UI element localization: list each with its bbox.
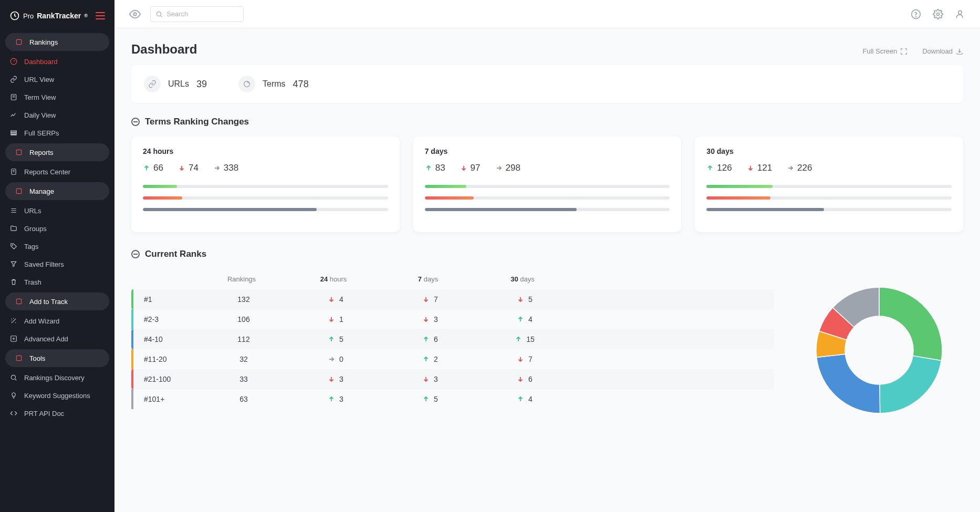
user-icon[interactable] bbox=[955, 9, 965, 19]
trash-icon bbox=[9, 278, 18, 286]
metric-up: 66 bbox=[143, 163, 163, 173]
terms-value: 478 bbox=[293, 79, 309, 90]
svg-point-20 bbox=[244, 81, 250, 87]
rank-row[interactable]: #4-101125615 bbox=[131, 329, 774, 349]
section-icon bbox=[15, 354, 23, 362]
rank-row[interactable]: #101+63354 bbox=[131, 389, 774, 409]
change-card: 30 days 126 121 226 bbox=[695, 137, 963, 232]
ranks-donut-chart bbox=[814, 285, 945, 416]
nav-item-keyword-suggestions[interactable]: Keyword Suggestions bbox=[0, 386, 114, 404]
app-logo[interactable]: ProProRankTrackerRankTracker® bbox=[9, 11, 88, 21]
bulb-icon bbox=[9, 391, 18, 400]
svg-point-14 bbox=[133, 13, 137, 16]
ranks-section-title: Current Ranks bbox=[145, 249, 206, 259]
metric-same: 338 bbox=[213, 163, 238, 173]
search-icon bbox=[9, 373, 18, 382]
rank-row[interactable]: #1132475 bbox=[131, 289, 774, 309]
visibility-icon[interactable] bbox=[129, 8, 141, 20]
search-input[interactable] bbox=[150, 6, 244, 22]
col-30d: 30 days bbox=[478, 275, 567, 283]
urls-label: URLs bbox=[168, 79, 189, 89]
nav-item-reports-center[interactable]: Reports Center bbox=[0, 163, 114, 181]
nav-item-url-view[interactable]: URL View bbox=[0, 70, 114, 88]
topbar bbox=[114, 0, 980, 28]
nav-item-advanced-add[interactable]: Advanced Add bbox=[0, 330, 114, 348]
nav-item-reports[interactable]: Reports bbox=[5, 143, 109, 161]
metric-up: 126 bbox=[706, 163, 732, 173]
nav-item-term-view[interactable]: Term View bbox=[0, 88, 114, 106]
collapse-icon[interactable] bbox=[131, 118, 140, 126]
svg-rect-1 bbox=[16, 39, 21, 44]
help-icon[interactable] bbox=[911, 9, 921, 19]
nav-list: RankingsDashboardURL ViewTerm ViewDaily … bbox=[0, 32, 114, 422]
search-icon bbox=[155, 11, 163, 18]
metric-same: 298 bbox=[495, 163, 520, 173]
nav-item-rankings-discovery[interactable]: Rankings Discovery bbox=[0, 369, 114, 386]
menu-toggle-icon[interactable] bbox=[96, 12, 105, 19]
change-card: 7 days 83 97 298 bbox=[413, 137, 682, 232]
nav-item-daily-view[interactable]: Daily View bbox=[0, 106, 114, 124]
svg-point-17 bbox=[916, 16, 916, 16]
tag-icon bbox=[9, 242, 18, 250]
nav-item-saved-filters[interactable]: Saved Filters bbox=[0, 255, 114, 273]
svg-rect-3 bbox=[11, 131, 17, 132]
col-24h: 24 hours bbox=[289, 275, 378, 283]
note-icon bbox=[9, 93, 18, 101]
rank-row[interactable]: #2-3106134 bbox=[131, 309, 774, 329]
filter-icon bbox=[9, 260, 18, 268]
rank-row[interactable]: #21-10033336 bbox=[131, 369, 774, 389]
svg-rect-8 bbox=[16, 189, 21, 193]
nav-item-add-wizard[interactable]: Add Wizard bbox=[0, 312, 114, 330]
link-icon bbox=[144, 76, 161, 92]
nav-item-urls[interactable]: URLs bbox=[0, 202, 114, 220]
rank-row[interactable]: #11-2032027 bbox=[131, 349, 774, 369]
metric-same: 226 bbox=[787, 163, 812, 173]
code-icon bbox=[9, 409, 18, 417]
nav-item-rankings[interactable]: Rankings bbox=[5, 33, 109, 51]
svg-point-19 bbox=[958, 11, 962, 14]
svg-point-9 bbox=[12, 245, 13, 245]
stats-bar: URLs 39 Terms 478 bbox=[131, 65, 963, 103]
nav-item-full-serps[interactable]: Full SERPs bbox=[0, 124, 114, 142]
svg-rect-5 bbox=[11, 134, 17, 135]
fullscreen-button[interactable]: Full Screen bbox=[862, 47, 908, 55]
wand-icon bbox=[9, 317, 18, 325]
col-rankings: Rankings bbox=[200, 275, 284, 283]
collapse-icon[interactable] bbox=[131, 250, 140, 258]
download-button[interactable]: Download bbox=[922, 47, 963, 55]
svg-rect-6 bbox=[16, 150, 21, 154]
nav-item-groups[interactable]: Groups bbox=[0, 220, 114, 237]
folder-icon bbox=[9, 224, 18, 233]
nav-item-tags[interactable]: Tags bbox=[0, 237, 114, 255]
nav-item-trash[interactable]: Trash bbox=[0, 273, 114, 291]
plus-icon bbox=[9, 335, 18, 343]
section-icon bbox=[15, 187, 23, 195]
nav-item-add-to-track[interactable]: Add to Track bbox=[5, 292, 109, 310]
gauge-icon bbox=[9, 57, 18, 66]
nav-item-dashboard[interactable]: Dashboard bbox=[0, 53, 114, 70]
terms-icon bbox=[238, 76, 255, 92]
section-icon bbox=[15, 297, 23, 306]
svg-point-13 bbox=[11, 375, 15, 379]
sidebar: ProProRankTrackerRankTracker® RankingsDa… bbox=[0, 0, 114, 512]
svg-point-15 bbox=[157, 12, 161, 16]
nav-item-manage[interactable]: Manage bbox=[5, 182, 109, 200]
urls-value: 39 bbox=[196, 79, 207, 90]
settings-icon[interactable] bbox=[933, 9, 943, 19]
svg-rect-10 bbox=[16, 299, 21, 304]
svg-rect-4 bbox=[11, 132, 17, 133]
list-icon bbox=[9, 206, 18, 215]
doc-icon bbox=[9, 168, 18, 176]
svg-rect-12 bbox=[16, 356, 21, 360]
stack-icon bbox=[9, 129, 18, 137]
link-icon bbox=[9, 75, 18, 83]
chart-icon bbox=[9, 111, 18, 119]
nav-item-prt-api-doc[interactable]: PRT API Doc bbox=[0, 404, 114, 422]
metric-down: 97 bbox=[460, 163, 481, 173]
col-7d: 7 days bbox=[383, 275, 473, 283]
section-icon bbox=[15, 38, 23, 46]
ranks-table: Rankings 24 hours 7 days 30 days #113247… bbox=[131, 269, 774, 409]
metric-up: 83 bbox=[425, 163, 445, 173]
svg-point-18 bbox=[937, 13, 940, 15]
nav-item-tools[interactable]: Tools bbox=[5, 349, 109, 367]
